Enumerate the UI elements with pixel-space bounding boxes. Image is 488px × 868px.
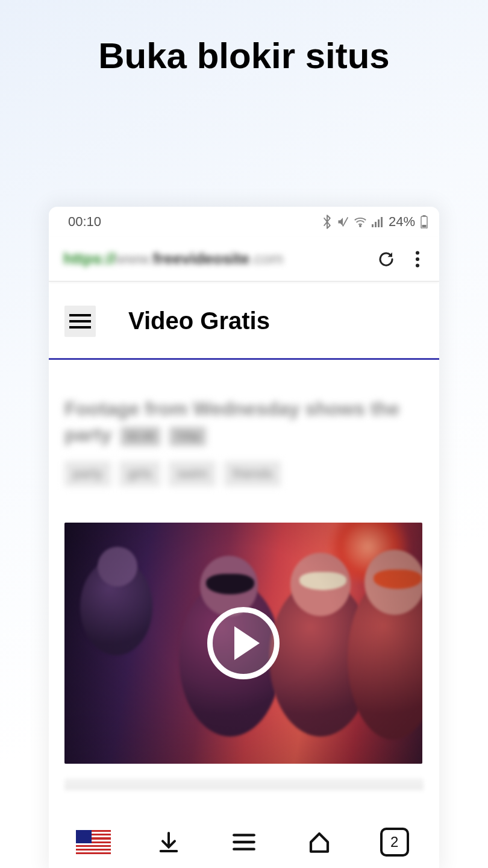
promo-title: Buka blokir situs — [0, 0, 488, 77]
tag-item[interactable]: friends — [224, 461, 281, 486]
status-time: 00:10 — [68, 214, 101, 230]
svg-rect-5 — [381, 217, 383, 227]
next-item-peek — [64, 778, 424, 790]
svg-point-1 — [360, 225, 361, 227]
menu-icon — [232, 832, 256, 852]
bottom-nav: 2 — [49, 816, 439, 868]
site-title: Video Gratis — [128, 307, 270, 335]
kebab-menu-icon[interactable] — [404, 246, 431, 272]
svg-point-11 — [416, 263, 419, 267]
phone-frame: 00:10 24% https://www.freevideosite.com — [49, 207, 439, 868]
tabs-count: 2 — [380, 828, 409, 857]
url-input[interactable]: https://www.freevideosite.com — [63, 250, 368, 268]
svg-rect-8 — [422, 225, 427, 228]
tag-item[interactable]: party — [64, 461, 111, 486]
content-area: Footage from Wednesday shows the party 0… — [49, 360, 439, 790]
vpn-location-button[interactable] — [72, 830, 114, 854]
video-title: Footage from Wednesday shows the party 0… — [64, 396, 424, 448]
downloads-button[interactable] — [148, 830, 190, 854]
url-scheme: https:// — [63, 250, 116, 268]
badge-duration: 02:45 — [120, 427, 160, 446]
download-icon — [157, 830, 181, 854]
status-right: 24% — [322, 214, 428, 230]
bluetooth-icon — [322, 215, 332, 229]
wifi-icon — [354, 216, 367, 227]
battery-icon — [420, 215, 428, 228]
reload-button[interactable] — [373, 246, 399, 272]
menu-button[interactable] — [223, 832, 265, 852]
address-bar: https://www.freevideosite.com — [49, 237, 439, 281]
tag-list: party girls swim friends — [64, 461, 424, 486]
video-thumbnail[interactable] — [64, 523, 422, 764]
svg-point-10 — [416, 257, 419, 260]
signal-icon — [372, 216, 384, 227]
tag-item[interactable]: girls — [119, 461, 160, 486]
battery-text: 24% — [389, 214, 415, 230]
hamburger-menu-icon[interactable] — [64, 306, 96, 337]
tag-item[interactable]: swim — [169, 461, 216, 486]
tabs-button[interactable]: 2 — [374, 828, 416, 857]
svg-rect-4 — [378, 219, 380, 227]
svg-line-0 — [343, 218, 348, 227]
status-bar: 00:10 24% — [49, 207, 439, 237]
mute-icon — [337, 216, 349, 228]
play-icon[interactable] — [207, 607, 280, 679]
home-icon — [307, 829, 332, 855]
svg-rect-3 — [375, 222, 377, 227]
home-button[interactable] — [298, 829, 340, 855]
flag-usa-icon — [76, 830, 111, 854]
site-header: Video Gratis — [49, 284, 439, 360]
badge-quality: 720p — [169, 427, 206, 446]
svg-rect-2 — [372, 224, 374, 227]
svg-point-9 — [416, 251, 419, 254]
